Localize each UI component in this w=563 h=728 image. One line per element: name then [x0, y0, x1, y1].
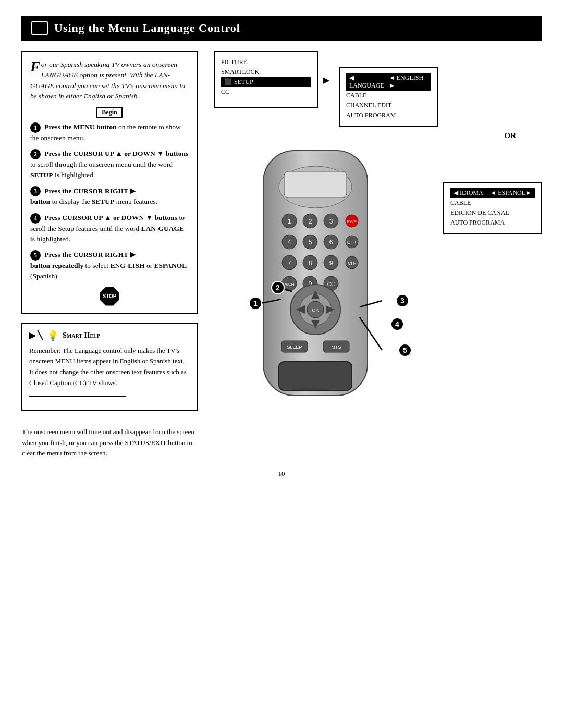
step-1-bold: Press the MENU button — [44, 123, 116, 131]
svg-text:CH-: CH- — [348, 261, 356, 266]
menu-auto-program: AUTO PROGRAM — [346, 110, 431, 120]
menu-language-highlighted: ◀ LANGUAGE ◄ ENGLISH ► — [346, 73, 431, 91]
svg-text:SLEEP: SLEEP — [287, 344, 302, 350]
step-5-bold: Press the CURSOR RIGHT ▶ — [44, 251, 136, 258]
setup-menu-english: ◀ LANGUAGE ◄ ENGLISH ► CABLE CHANNEL EDI… — [339, 67, 438, 127]
remote-control: 1 2 3 PWR 4 5 6 — [242, 145, 409, 406]
intro-text: or our Spanish speaking TV owners an ons… — [30, 60, 185, 100]
remote-badge-3: 3 — [396, 294, 409, 307]
step-4-num: 4 — [30, 213, 41, 224]
menu-item-cc: CC — [221, 87, 311, 97]
svg-text:8: 8 — [309, 260, 312, 267]
svg-text:9: 9 — [329, 260, 333, 267]
step-3: 3 Press the CURSOR RIGHT ▶ button to dis… — [30, 186, 189, 207]
smart-help-label: Smart Help — [63, 331, 100, 340]
step-5: 5 Press the CURSOR RIGHT ▶ button repeat… — [30, 250, 189, 281]
drop-cap: F — [30, 59, 40, 74]
svg-text:A/CH: A/CH — [284, 282, 294, 287]
idioma-value: ◄ ESPANOL► — [490, 189, 532, 197]
remote-section: 1 2 3 PWR 4 5 6 — [209, 140, 542, 406]
or-label: OR — [505, 131, 517, 140]
svg-text:PWR: PWR — [347, 219, 357, 224]
step-2-bold: Press the CURSOR UP ▲ or DOWN ▼ buttons — [44, 150, 188, 157]
smart-help-text: Remember: The Language control only make… — [29, 347, 187, 387]
menu-cable: CABLE — [346, 91, 431, 101]
setup-menu-spanish: ◀ IDIOMA ◄ ESPANOL► CABLE EDICION DE CAN… — [443, 182, 542, 234]
step-3-num: 3 — [30, 186, 41, 196]
svg-text:6: 6 — [329, 239, 333, 246]
remote-badge-1: 1 — [249, 297, 262, 310]
instructions-box: F or our Spanish speaking TV owners an o… — [21, 51, 198, 314]
menu-edicion-canal: EDICION DE CANAL — [450, 208, 535, 218]
tv-screen-1: PICTURE SMARTLOCK ⬛ SETUP CC — [214, 51, 318, 108]
arrow-icon: ▶ ╲ — [29, 330, 43, 340]
intro-paragraph: F or our Spanish speaking TV owners an o… — [30, 59, 189, 102]
spanish-panel-wrapper: ◀ IDIOMA ◄ ESPANOL► CABLE EDICION DE CAN… — [443, 140, 542, 406]
stop-label: STOP — [102, 293, 116, 299]
tv-icon — [31, 21, 48, 35]
svg-text:5: 5 — [309, 239, 312, 246]
step-1-num: 1 — [30, 122, 41, 133]
menu-item-picture: PICTURE — [221, 57, 311, 67]
svg-text:1: 1 — [288, 218, 291, 225]
bottom-note-text: The onscreen menu will time out and disa… — [22, 428, 194, 458]
svg-text:CC: CC — [327, 281, 335, 287]
lang-value: ◄ ENGLISH ► — [389, 74, 427, 90]
menu-item-setup: ⬛ SETUP — [221, 77, 311, 87]
svg-text:3: 3 — [329, 218, 333, 225]
smart-help-body: Remember: The Language control only make… — [29, 346, 190, 389]
remote-badge-5: 5 — [398, 343, 412, 357]
right-column: PICTURE SMARTLOCK ⬛ SETUP CC ▶ ◀ LANGUAG… — [209, 51, 542, 459]
page-header: Using the Menu Language Control — [21, 16, 542, 41]
step-2: 2 Press the CURSOR UP ▲ or DOWN ▼ button… — [30, 149, 189, 180]
step-4-bold: Press CURSOR UP ▲ or DOWN ▼ buttons — [44, 214, 177, 221]
smart-help-title: ▶ ╲ 💡 Smart Help — [29, 330, 190, 341]
svg-text:7: 7 — [288, 260, 291, 267]
idioma-label: ◀ IDIOMA — [454, 189, 483, 197]
menu-item-smartlock: SMARTLOCK — [221, 67, 311, 77]
page-title: Using the Menu Language Control — [54, 21, 240, 35]
svg-text:MTS: MTS — [332, 344, 341, 350]
tv-screen-wrapper: PICTURE SMARTLOCK ⬛ SETUP CC ▶ — [209, 51, 318, 108]
main-content: F or our Spanish speaking TV owners an o… — [21, 51, 542, 459]
screens-row: PICTURE SMARTLOCK ⬛ SETUP CC ▶ ◀ LANGUAG… — [209, 51, 542, 127]
remote-badge-2: 2 — [271, 281, 285, 294]
step-4: 4 Press CURSOR UP ▲ or DOWN ▼ buttons to… — [30, 213, 189, 244]
svg-text:OK: OK — [312, 307, 319, 313]
stop-sign: STOP — [100, 287, 119, 306]
menu-right-arrow: ▶ — [323, 75, 329, 85]
page-num-text: 10 — [278, 470, 285, 477]
svg-text:2: 2 — [309, 218, 312, 225]
step-5-num: 5 — [30, 250, 41, 261]
menu-cable-es: CABLE — [450, 198, 535, 208]
bottom-note: The onscreen menu will time out and disa… — [21, 427, 198, 459]
begin-label: Begin — [96, 107, 122, 118]
remote-wrapper: 1 2 3 PWR 4 5 6 — [209, 140, 443, 406]
smart-help-divider — [29, 396, 126, 397]
begin-center: Begin — [30, 107, 189, 118]
svg-text:CH+: CH+ — [347, 240, 357, 245]
stop-circle: STOP — [30, 287, 189, 306]
svg-text:4: 4 — [288, 239, 291, 246]
page-number: 10 — [21, 470, 542, 483]
smart-help-box: ▶ ╲ 💡 Smart Help Remember: The Language … — [21, 323, 198, 411]
menu-auto-programa: AUTO PROGRAMA — [450, 218, 535, 228]
menu-idioma-highlighted: ◀ IDIOMA ◄ ESPANOL► — [450, 188, 535, 198]
menu-channel-edit: CHANNEL EDIT — [346, 101, 431, 110]
left-column: F or our Spanish speaking TV owners an o… — [21, 51, 198, 459]
or-label-wrapper: OR — [209, 131, 542, 140]
svg-rect-45 — [279, 362, 352, 390]
step-1: 1 Press the MENU button on the remote to… — [30, 122, 189, 143]
setup-arrow: ⬛ — [224, 78, 232, 86]
step-3-bold: Press the CURSOR RIGHT ▶ — [44, 187, 136, 195]
svg-rect-2 — [284, 171, 347, 198]
lang-label: ◀ LANGUAGE — [349, 74, 387, 90]
remote-badge-4: 4 — [390, 317, 404, 331]
step-2-num: 2 — [30, 149, 41, 159]
bulb-icon: 💡 — [47, 330, 58, 341]
